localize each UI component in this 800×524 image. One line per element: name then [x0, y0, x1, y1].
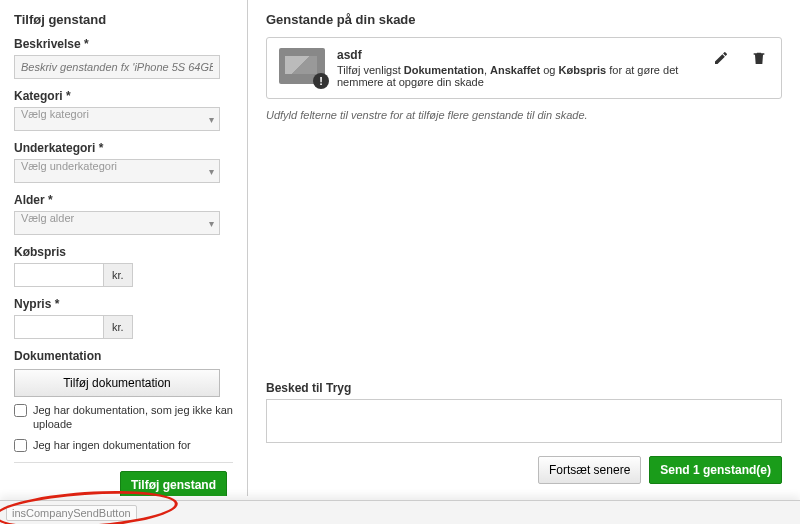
- item-title: asdf: [337, 48, 699, 62]
- add-item-button[interactable]: Tilføj genstand: [120, 471, 227, 496]
- divider: [14, 462, 233, 463]
- kategori-select[interactable]: Vælg kategori: [14, 107, 220, 131]
- kategori-label: Kategori *: [14, 89, 233, 103]
- right-panel: Genstande på din skade ! asdf Tilføj ven…: [248, 0, 800, 496]
- beskrivelse-input[interactable]: [14, 55, 220, 79]
- field-dokumentation: Dokumentation Tilføj dokumentation Jeg h…: [14, 349, 233, 452]
- left-title: Tilføj genstand: [14, 12, 233, 27]
- delete-item-button[interactable]: [749, 48, 769, 71]
- field-kategori: Kategori * Vælg kategori ▾: [14, 89, 233, 131]
- alder-label: Alder *: [14, 193, 233, 207]
- edit-item-button[interactable]: [711, 48, 731, 71]
- kobspris-unit: kr.: [104, 263, 133, 287]
- trash-icon: [751, 50, 767, 66]
- doc-none-label: Jeg har ingen dokumentation for: [33, 438, 191, 452]
- beskrivelse-label: Beskrivelse *: [14, 37, 233, 51]
- footer-bar: insCompanySendButton: [0, 500, 800, 524]
- kobspris-input[interactable]: [14, 263, 104, 287]
- continue-later-button[interactable]: Fortsæt senere: [538, 456, 641, 484]
- field-beskrivelse: Beskrivelse *: [14, 37, 233, 79]
- doc-cannot-upload-checkbox[interactable]: [14, 404, 27, 417]
- nypris-unit: kr.: [104, 315, 133, 339]
- field-underkategori: Underkategori * Vælg underkategori ▾: [14, 141, 233, 183]
- underkategori-label: Underkategori *: [14, 141, 233, 155]
- hint-text: Udfyld felterne til venstre for at tilfø…: [266, 109, 782, 121]
- item-card: ! asdf Tilføj venligst Dokumentation, An…: [266, 37, 782, 99]
- add-documentation-button[interactable]: Tilføj dokumentation: [14, 369, 220, 397]
- nypris-input[interactable]: [14, 315, 104, 339]
- item-thumbnail-icon: !: [279, 48, 325, 84]
- field-kobspris: Købspris kr.: [14, 245, 233, 287]
- nypris-label: Nypris *: [14, 297, 233, 311]
- message-label: Besked til Tryg: [266, 381, 782, 395]
- field-alder: Alder * Vælg alder ▾: [14, 193, 233, 235]
- footer-badge: insCompanySendButton: [6, 505, 137, 521]
- doc-none-checkbox[interactable]: [14, 439, 27, 452]
- warning-icon: !: [313, 73, 329, 89]
- doc-cannot-upload-label: Jeg har dokumentation, som jeg ikke kan …: [33, 403, 233, 432]
- field-nypris: Nypris * kr.: [14, 297, 233, 339]
- alder-select[interactable]: Vælg alder: [14, 211, 220, 235]
- dokumentation-label: Dokumentation: [14, 349, 233, 363]
- underkategori-select[interactable]: Vælg underkategori: [14, 159, 220, 183]
- item-description: Tilføj venligst Dokumentation, Anskaffet…: [337, 64, 699, 88]
- left-panel: Tilføj genstand Beskrivelse * Kategori *…: [0, 0, 248, 496]
- pencil-icon: [713, 50, 729, 66]
- message-textarea[interactable]: [266, 399, 782, 443]
- right-title: Genstande på din skade: [266, 12, 782, 27]
- send-items-button[interactable]: Send 1 genstand(e): [649, 456, 782, 484]
- kobspris-label: Købspris: [14, 245, 233, 259]
